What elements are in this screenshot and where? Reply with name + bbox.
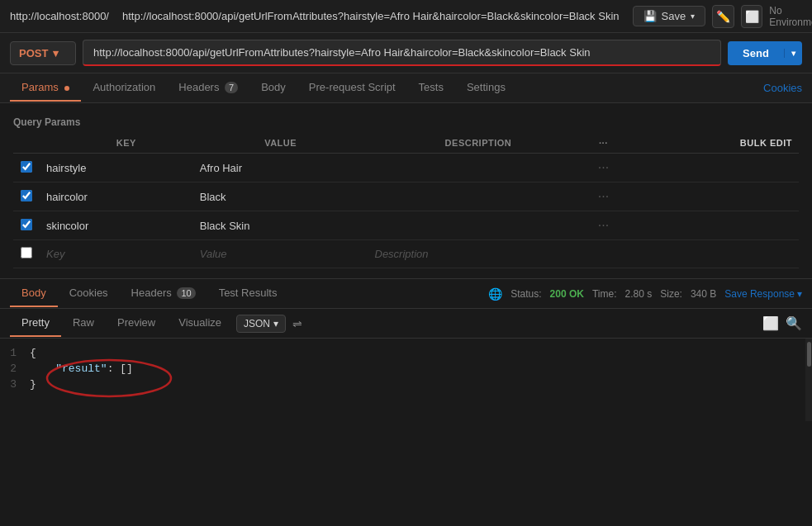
col-dots: ···: [588, 133, 618, 154]
row1-dots-icon[interactable]: ···: [598, 160, 609, 174]
tab-params[interactable]: Params: [10, 74, 81, 102]
short-url: http://localhost:8000/: [10, 10, 109, 22]
code-brace-close: }: [30, 378, 36, 391]
row2-description[interactable]: [368, 182, 589, 211]
response-tab-cookies[interactable]: Cookies: [58, 280, 120, 307]
response-body-label: Body: [21, 287, 46, 299]
body-tab-preview[interactable]: Preview: [106, 310, 167, 337]
tab-tests[interactable]: Tests: [407, 74, 455, 102]
col-bulk-edit[interactable]: Bulk Edit: [618, 133, 799, 154]
status-label: Status:: [510, 288, 541, 300]
tab-headers[interactable]: Headers 7: [167, 74, 249, 102]
response-cookies-label: Cookies: [69, 287, 108, 299]
save-label: Save: [662, 10, 686, 22]
cookies-link[interactable]: Cookies: [763, 82, 802, 94]
query-params-title: Query Params: [13, 111, 799, 133]
request-tabs: Params Authorization Headers 7 Body Pre-…: [0, 73, 812, 103]
tab-authorization[interactable]: Authorization: [81, 74, 167, 102]
row4-value-placeholder[interactable]: Value: [193, 240, 368, 268]
send-button[interactable]: Send ▾: [728, 41, 802, 65]
code-result-line: "result": []: [30, 363, 133, 375]
no-environment-label: No Environment: [769, 5, 812, 28]
row4-key-placeholder[interactable]: Key: [40, 240, 193, 268]
tab-pre-request-script[interactable]: Pre-request Script: [297, 74, 407, 102]
body-tab-raw[interactable]: Raw: [61, 310, 106, 337]
copy-icon: ⬜: [745, 10, 759, 23]
col-value-header: VALUE: [193, 133, 368, 154]
time-value: 2.80 s: [625, 288, 653, 300]
environment-selector[interactable]: No Environment ▾: [769, 5, 812, 28]
scrollbar[interactable]: [805, 339, 812, 421]
tab-settings[interactable]: Settings: [455, 74, 517, 102]
save-button[interactable]: 💾 Save ▾: [633, 6, 706, 26]
row2-checkbox[interactable]: [21, 190, 32, 201]
line-num-2: 2: [0, 363, 30, 375]
edit-icon-button[interactable]: ✏️: [712, 5, 734, 28]
response-section: Body Cookies Headers 10 Test Results 🌐 S…: [0, 279, 812, 421]
code-brace-open: {: [30, 347, 36, 359]
method-selector[interactable]: POST ▾: [10, 41, 76, 65]
response-tab-headers[interactable]: Headers 10: [120, 280, 207, 307]
col-key-header: KEY: [40, 133, 193, 154]
json-array-value: []: [120, 363, 133, 375]
row3-key[interactable]: skincolor: [40, 211, 193, 240]
size-label: Size:: [660, 288, 682, 300]
row1-value[interactable]: Afro Hair: [193, 154, 368, 182]
scrollbar-thumb[interactable]: [807, 342, 811, 367]
row3-dots-icon[interactable]: ···: [598, 218, 609, 232]
row1-description[interactable]: [368, 154, 589, 182]
format-selector[interactable]: JSON ▾: [236, 315, 286, 333]
top-bar: http://localhost:8000/ http://localhost:…: [0, 0, 812, 33]
request-bar: POST ▾ Send ▾: [0, 33, 812, 73]
table-row: Key Value Description: [13, 240, 799, 268]
url-input[interactable]: [83, 40, 721, 66]
response-test-results-label: Test Results: [219, 287, 278, 299]
line-num-1: 1: [0, 347, 30, 359]
row3-checkbox[interactable]: [21, 219, 32, 230]
url-input-wrapper: [83, 40, 721, 66]
tab-headers-label: Headers: [178, 81, 219, 93]
save-response-button[interactable]: Save Response ▾: [724, 288, 802, 300]
save-response-chevron-icon: ▾: [797, 288, 802, 300]
json-colon: :: [107, 363, 121, 375]
line-num-3: 3: [0, 378, 30, 391]
row3-value[interactable]: Black Skin: [193, 211, 368, 240]
copy-response-icon[interactable]: ⬜: [762, 315, 779, 331]
tab-body[interactable]: Body: [249, 74, 297, 102]
save-response-label: Save Response: [724, 288, 795, 300]
size-value: 340 B: [691, 288, 716, 300]
json-key-result: "result": [30, 363, 107, 375]
copy-icon-button[interactable]: ⬜: [741, 5, 763, 28]
row1-key[interactable]: hairstyle: [40, 154, 193, 182]
response-body-tabs: Pretty Raw Preview Visualize JSON ▾ ⇌ ⬜ …: [0, 309, 812, 339]
code-line-2: 2 "result": []: [0, 361, 812, 377]
response-code-area: 1 { 2 "result": [] 3 }: [0, 339, 812, 421]
status-value: 200 OK: [550, 288, 584, 300]
format-icon[interactable]: ⇌: [292, 317, 302, 330]
row3-description[interactable]: [368, 211, 589, 240]
row1-checkbox[interactable]: [21, 161, 32, 173]
tab-settings-label: Settings: [467, 81, 506, 93]
table-row: skincolor Black Skin ···: [13, 211, 799, 240]
top-url-display: http://localhost:8000/api/getUrlFromAttr…: [122, 10, 620, 22]
body-tab-pretty[interactable]: Pretty: [10, 310, 61, 337]
col-description-header: DESCRIPTION: [368, 133, 589, 154]
method-chevron-icon: ▾: [53, 47, 59, 59]
send-chevron-icon: ▾: [784, 49, 802, 58]
top-bar-left: http://localhost:8000/: [10, 10, 109, 22]
code-line-3: 3 }: [0, 377, 812, 392]
body-tab-visualize[interactable]: Visualize: [167, 310, 233, 337]
search-response-icon[interactable]: 🔍: [786, 315, 802, 331]
time-label: Time:: [592, 288, 617, 300]
row4-description-placeholder[interactable]: Description: [368, 240, 589, 268]
row2-dots-icon[interactable]: ···: [598, 189, 609, 203]
row2-value[interactable]: Black: [193, 182, 368, 211]
response-body-actions: ⬜ 🔍: [762, 315, 802, 331]
response-tab-body[interactable]: Body: [10, 280, 58, 307]
response-tab-test-results[interactable]: Test Results: [207, 280, 289, 307]
row2-key[interactable]: haircolor: [40, 182, 193, 211]
table-row: hairstyle Afro Hair ···: [13, 154, 799, 182]
code-line-1: 1 {: [0, 345, 812, 361]
preview-label: Preview: [117, 316, 155, 329]
row4-checkbox[interactable]: [21, 247, 32, 258]
